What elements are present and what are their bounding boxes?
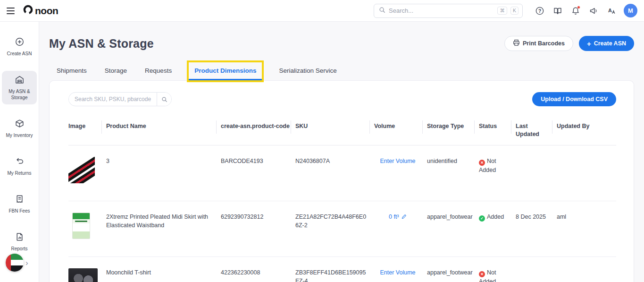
volume-cell: Enter Volume <box>374 145 427 201</box>
sidebar-item-my-inventory[interactable]: My Inventory <box>2 115 37 142</box>
return-arrow-icon <box>15 156 25 168</box>
topbar: noon ⌘ K ? A M <box>0 0 644 22</box>
tab-serialization-service[interactable]: Serialization Service <box>278 62 337 80</box>
page-header: My ASN & Storage Print Barcodes + Create… <box>49 36 634 51</box>
col-volume: Volume <box>374 119 427 145</box>
last-updated-cell <box>516 257 557 282</box>
product-image <box>68 257 106 282</box>
svg-text:?: ? <box>538 8 541 13</box>
sidebar: Create ASN My ASN & Storage My Inventory… <box>0 22 39 282</box>
announcements-megaphone-icon[interactable] <box>586 3 601 18</box>
product-image-belt <box>68 157 95 183</box>
product-image-photo <box>68 268 98 282</box>
col-status: Status <box>479 119 516 145</box>
updated-by-cell: aml <box>557 201 616 256</box>
notifications-bell-icon[interactable] <box>568 3 583 18</box>
sidebar-item-reports[interactable]: Reports <box>2 228 37 256</box>
last-updated-cell <box>516 145 557 201</box>
status-cell: Not Added <box>479 145 516 201</box>
report-file-icon <box>15 232 25 243</box>
enter-volume-link[interactable]: Enter Volume <box>380 158 415 164</box>
k-key-icon: K <box>510 7 519 15</box>
translate-icon[interactable]: A <box>604 3 619 18</box>
noon-logo-icon <box>23 4 33 17</box>
product-dimensions-table: Image Product Name create-asn.product-co… <box>68 119 616 282</box>
col-product-code: create-asn.product-code <box>221 119 295 145</box>
sidebar-item-label: My ASN & Storage <box>3 88 36 101</box>
status-cell: Added <box>479 201 516 256</box>
cmd-key-icon: ⌘ <box>497 7 507 15</box>
table-row: 2Xtremz Printed Pleated Midi Skirt with … <box>68 201 616 257</box>
notification-badge <box>577 6 580 9</box>
noon-logo[interactable]: noon <box>23 4 58 17</box>
edit-pencil-icon[interactable] <box>400 214 407 221</box>
product-dimensions-panel: Upload / Download CSV Image Product Name… <box>49 80 634 282</box>
country-selector[interactable] <box>6 254 28 272</box>
product-name-cell: 3 <box>106 145 221 201</box>
product-code-cell: 6292390732812 <box>221 201 295 256</box>
sidebar-item-label: Reports <box>11 246 27 252</box>
updated-by-cell <box>557 145 616 201</box>
help-icon[interactable]: ? <box>532 3 547 18</box>
hamburger-menu-icon[interactable] <box>7 6 17 16</box>
sidebar-item-fbn-fees[interactable]: FBN Fees <box>2 190 37 218</box>
table-row: Moonchild T-shirt 422362230008 ZB3F8EFF4… <box>68 257 616 282</box>
sku-cell: ZE21A82FC72B4A48F6E06Z-2 <box>295 201 374 256</box>
product-code-cell: 422362230008 <box>221 257 295 282</box>
success-status-icon <box>479 215 485 222</box>
status-cell: Not Added <box>479 257 516 282</box>
receipt-icon <box>15 194 25 205</box>
main-content: My ASN & Storage Print Barcodes + Create… <box>39 22 644 282</box>
global-search-input[interactable] <box>389 7 494 14</box>
updated-by-cell <box>557 257 616 282</box>
sidebar-item-label: FBN Fees <box>8 208 30 214</box>
header-actions: Print Barcodes + Create ASN <box>504 36 634 51</box>
col-image: Image <box>68 119 106 145</box>
table-row: 3 BARCODE4193 N24036807A Enter Volume un… <box>68 145 616 201</box>
sku-cell: N24036807A <box>295 145 374 201</box>
sidebar-item-create-asn[interactable]: Create ASN <box>2 33 37 60</box>
tab-storage[interactable]: Storage <box>104 62 128 80</box>
enter-volume-link[interactable]: Enter Volume <box>380 269 415 276</box>
col-updated-by: Updated By <box>557 119 616 145</box>
sidebar-item-my-asn-storage[interactable]: My ASN & Storage <box>2 71 37 104</box>
panel-toolbar: Upload / Download CSV <box>68 92 616 106</box>
svg-text:A: A <box>608 8 612 13</box>
volume-value-link[interactable]: 0 ft³ <box>389 214 399 220</box>
sidebar-item-my-returns[interactable]: My Returns <box>2 153 37 180</box>
package-box-icon <box>15 119 25 130</box>
page-title: My ASN & Storage <box>49 37 154 51</box>
storage-type-cell: apparel_footwear <box>427 201 479 256</box>
user-avatar[interactable]: M <box>624 4 637 17</box>
product-image <box>68 145 106 201</box>
print-barcodes-button[interactable]: Print Barcodes <box>504 36 573 51</box>
sku-search-button[interactable] <box>157 92 171 106</box>
uae-flag-icon <box>6 254 24 272</box>
table-header: Image Product Name create-asn.product-co… <box>68 119 616 145</box>
col-last-updated: Last Updated <box>516 119 557 145</box>
error-status-icon <box>479 271 485 277</box>
volume-cell: Enter Volume <box>374 257 427 282</box>
expand-chevron-icon <box>25 259 28 267</box>
storage-type-cell: apparel_footwear <box>427 257 479 282</box>
warehouse-icon <box>15 75 25 86</box>
create-asn-button[interactable]: + Create ASN <box>579 36 634 51</box>
sidebar-item-label: Create ASN <box>7 51 32 57</box>
tab-shipments[interactable]: Shipments <box>56 62 88 80</box>
global-search: ⌘ K <box>374 4 523 18</box>
sku-search-input[interactable] <box>69 96 157 103</box>
product-name-cell: Moonchild T-shirt <box>106 257 221 282</box>
tab-product-dimensions[interactable]: Product Dimensions <box>189 62 262 80</box>
upload-download-csv-button[interactable]: Upload / Download CSV <box>532 92 616 106</box>
plus-circle-icon <box>15 37 25 48</box>
sidebar-item-label: My Returns <box>7 170 31 176</box>
sku-cell: ZB3F8EFF41D6BE159095FZ-4 <box>295 257 374 282</box>
product-image <box>68 201 106 256</box>
tab-requests[interactable]: Requests <box>144 62 173 80</box>
logo-text: noon <box>35 5 58 17</box>
sidebar-item-label: My Inventory <box>6 132 33 138</box>
col-sku: SKU <box>295 119 374 145</box>
docs-book-icon[interactable] <box>550 3 565 18</box>
error-status-icon <box>479 160 485 166</box>
col-product-name: Product Name <box>106 119 221 145</box>
